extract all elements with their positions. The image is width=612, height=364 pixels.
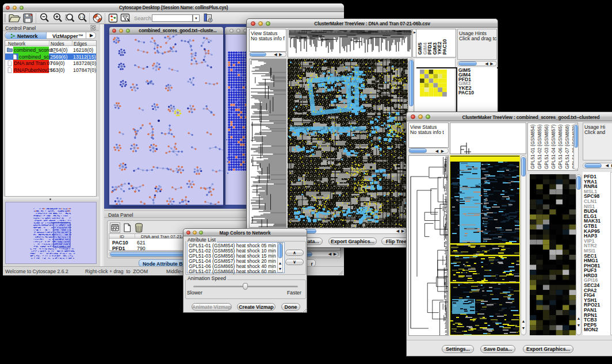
svg-text:B: B [209, 19, 211, 22]
svg-text:1:1: 1:1 [79, 15, 84, 18]
